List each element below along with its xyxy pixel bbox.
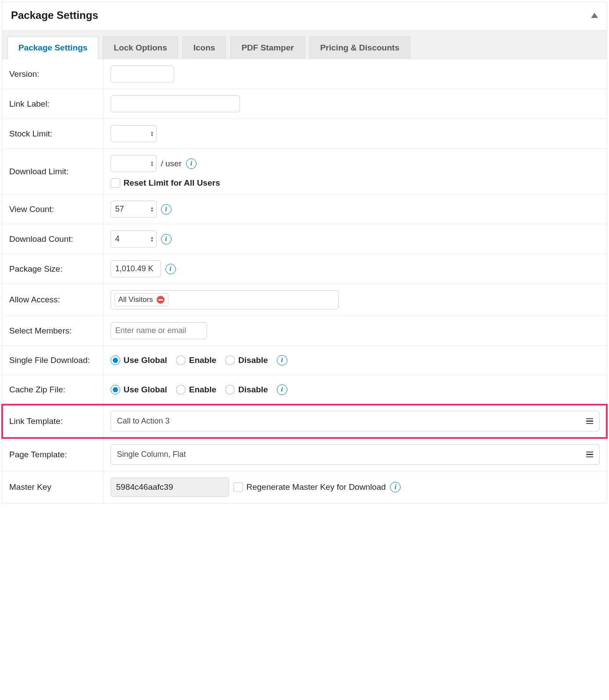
remove-chip-icon[interactable] [157, 296, 165, 304]
label-single-file-download: Single File Download: [2, 346, 103, 375]
row-view-count: View Count: ▲▼ i [2, 194, 607, 224]
label-page-template: Page Template: [2, 438, 103, 471]
tab-package-settings[interactable]: Package Settings [7, 36, 98, 59]
stock-limit-input[interactable] [111, 125, 157, 142]
row-stock-limit: Stock Limit: ▲▼ [2, 119, 607, 149]
label-link-label: Link Label: [2, 89, 103, 119]
page-template-select[interactable]: Single Column, Flat [111, 444, 600, 465]
radio-icon [111, 385, 120, 395]
row-cache-zip: Cache Zip File: Use Global Enable Disabl… [2, 375, 607, 405]
menu-icon [586, 452, 593, 458]
row-download-count: Download Count: ▲▼ i [2, 224, 607, 254]
label-package-size: Package Size: [2, 254, 103, 284]
label-link-template: Link Template: [2, 405, 103, 438]
radio-icon [225, 355, 235, 365]
radio-icon [176, 355, 186, 365]
tab-pdf-stamper[interactable]: PDF Stamper [230, 36, 304, 59]
settings-table: Version: Link Label: Stock Limit: ▲▼ Dow… [2, 59, 607, 503]
reset-limit-label: Reset Limit for All Users [124, 178, 220, 188]
row-master-key: Master Key 5984c46aafc39 Regenerate Mast… [2, 471, 607, 503]
package-settings-panel: Package Settings Package Settings Lock O… [2, 2, 607, 503]
radio-disable[interactable]: Disable [225, 355, 268, 365]
info-icon[interactable]: i [161, 234, 172, 244]
info-icon[interactable]: i [390, 482, 401, 492]
radio-enable[interactable]: Enable [176, 355, 216, 365]
info-icon[interactable]: i [186, 158, 197, 169]
label-cache-zip: Cache Zip File: [2, 375, 103, 405]
chip-label: All Visitors [118, 295, 153, 304]
info-icon[interactable]: i [277, 355, 287, 366]
select-members-input[interactable] [111, 322, 207, 339]
download-limit-input[interactable] [111, 155, 157, 172]
master-key-value: 5984c46aafc39 [111, 477, 229, 497]
label-select-members: Select Members: [2, 316, 103, 346]
download-count-input[interactable] [111, 230, 157, 248]
info-icon[interactable]: i [277, 384, 287, 395]
radio-icon [176, 385, 186, 395]
checkbox-icon [233, 482, 243, 492]
tabs-bar: Package Settings Lock Options Icons PDF … [2, 30, 607, 59]
link-label-input[interactable] [111, 95, 240, 112]
label-master-key: Master Key [2, 471, 103, 503]
radio-enable[interactable]: Enable [176, 385, 216, 395]
panel-title: Package Settings [11, 9, 98, 22]
tab-icons[interactable]: Icons [183, 36, 226, 59]
label-stock-limit: Stock Limit: [2, 119, 103, 149]
package-size-input[interactable] [111, 260, 161, 277]
reset-limit-checkbox[interactable]: Reset Limit for All Users [111, 178, 600, 188]
row-link-label: Link Label: [2, 89, 607, 119]
radio-disable[interactable]: Disable [225, 385, 268, 395]
version-input[interactable] [111, 65, 174, 83]
download-limit-suffix: / user [161, 159, 182, 169]
radio-use-global[interactable]: Use Global [111, 385, 167, 395]
radio-icon [111, 355, 120, 365]
label-download-count: Download Count: [2, 224, 103, 254]
row-single-file-download: Single File Download: Use Global Enable … [2, 346, 607, 375]
allow-access-field[interactable]: All Visitors [111, 290, 339, 309]
radio-icon [225, 385, 235, 395]
row-version: Version: [2, 59, 607, 89]
panel-header: Package Settings [2, 2, 607, 30]
checkbox-icon [111, 178, 120, 188]
label-download-limit: Download Limit: [2, 149, 103, 194]
tab-pricing-discounts[interactable]: Pricing & Discounts [309, 36, 411, 59]
tab-lock-options[interactable]: Lock Options [103, 36, 178, 59]
row-allow-access: Allow Access: All Visitors [2, 284, 607, 316]
label-allow-access: Allow Access: [2, 284, 103, 316]
row-download-limit: Download Limit: ▲▼ / user i Reset Limit … [2, 149, 607, 194]
info-icon[interactable]: i [161, 204, 172, 215]
info-icon[interactable]: i [165, 264, 176, 274]
link-template-value: Call to Action 3 [117, 416, 170, 426]
label-view-count: View Count: [2, 194, 103, 224]
row-package-size: Package Size: i [2, 254, 607, 284]
radio-use-global[interactable]: Use Global [111, 355, 167, 365]
link-template-select[interactable]: Call to Action 3 [111, 411, 600, 431]
collapse-icon[interactable] [591, 13, 598, 18]
row-select-members: Select Members: [2, 316, 607, 346]
row-page-template: Page Template: Single Column, Flat [2, 438, 607, 471]
regenerate-key-checkbox[interactable]: Regenerate Master Key for Download [233, 482, 386, 492]
menu-icon [586, 418, 593, 424]
page-template-value: Single Column, Flat [117, 450, 186, 459]
row-link-template: Link Template: Call to Action 3 [2, 405, 607, 438]
access-chip: All Visitors [115, 293, 168, 306]
view-count-input[interactable] [111, 201, 157, 218]
label-version: Version: [2, 59, 103, 89]
regenerate-key-label: Regenerate Master Key for Download [247, 482, 386, 492]
